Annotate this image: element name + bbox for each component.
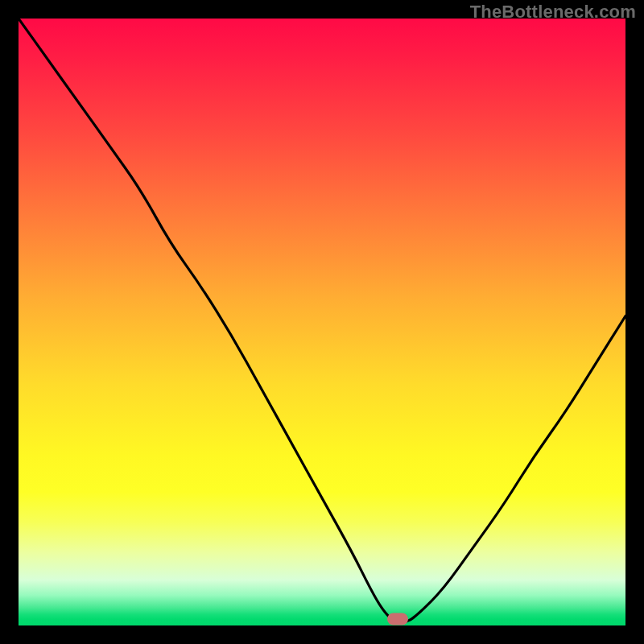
bottleneck-curve	[19, 19, 625, 625]
optimal-point-marker	[387, 613, 408, 625]
watermark-text: TheBottleneck.com	[470, 2, 636, 23]
chart-frame: TheBottleneck.com	[0, 0, 644, 644]
plot-area	[19, 19, 625, 625]
